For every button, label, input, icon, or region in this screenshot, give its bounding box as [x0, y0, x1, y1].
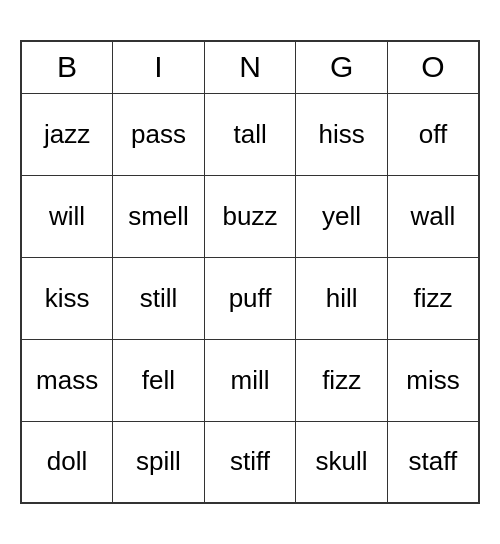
bingo-cell-r0-c0: jazz — [21, 93, 113, 175]
bingo-header-row: BINGO — [21, 41, 479, 93]
bingo-cell-r3-c4: miss — [387, 339, 479, 421]
bingo-cell-r4-c0: doll — [21, 421, 113, 503]
bingo-cell-r4-c1: spill — [113, 421, 205, 503]
bingo-cell-r0-c2: tall — [204, 93, 296, 175]
header-col-o: O — [387, 41, 479, 93]
bingo-cell-r1-c2: buzz — [204, 175, 296, 257]
bingo-cell-r4-c4: staff — [387, 421, 479, 503]
header-col-b: B — [21, 41, 113, 93]
bingo-cell-r0-c1: pass — [113, 93, 205, 175]
bingo-cell-r1-c1: smell — [113, 175, 205, 257]
bingo-cell-r3-c1: fell — [113, 339, 205, 421]
bingo-cell-r3-c3: fizz — [296, 339, 388, 421]
bingo-cell-r2-c2: puff — [204, 257, 296, 339]
bingo-cell-r2-c3: hill — [296, 257, 388, 339]
bingo-cell-r4-c2: stiff — [204, 421, 296, 503]
bingo-cell-r1-c4: wall — [387, 175, 479, 257]
header-col-i: I — [113, 41, 205, 93]
bingo-cell-r0-c4: off — [387, 93, 479, 175]
bingo-cell-r1-c0: will — [21, 175, 113, 257]
bingo-cell-r2-c1: still — [113, 257, 205, 339]
bingo-card: BINGO jazzpasstallhissoffwillsmellbuzzye… — [20, 40, 480, 504]
bingo-cell-r0-c3: hiss — [296, 93, 388, 175]
bingo-cell-r3-c2: mill — [204, 339, 296, 421]
bingo-cell-r2-c0: kiss — [21, 257, 113, 339]
header-col-g: G — [296, 41, 388, 93]
bingo-cell-r3-c0: mass — [21, 339, 113, 421]
bingo-row-0: jazzpasstallhissoff — [21, 93, 479, 175]
header-col-n: N — [204, 41, 296, 93]
bingo-cell-r1-c3: yell — [296, 175, 388, 257]
bingo-row-2: kissstillpuffhillfizz — [21, 257, 479, 339]
bingo-row-3: massfellmillfizzmiss — [21, 339, 479, 421]
bingo-row-4: dollspillstiffskullstaff — [21, 421, 479, 503]
bingo-row-1: willsmellbuzzyellwall — [21, 175, 479, 257]
bingo-cell-r2-c4: fizz — [387, 257, 479, 339]
bingo-cell-r4-c3: skull — [296, 421, 388, 503]
